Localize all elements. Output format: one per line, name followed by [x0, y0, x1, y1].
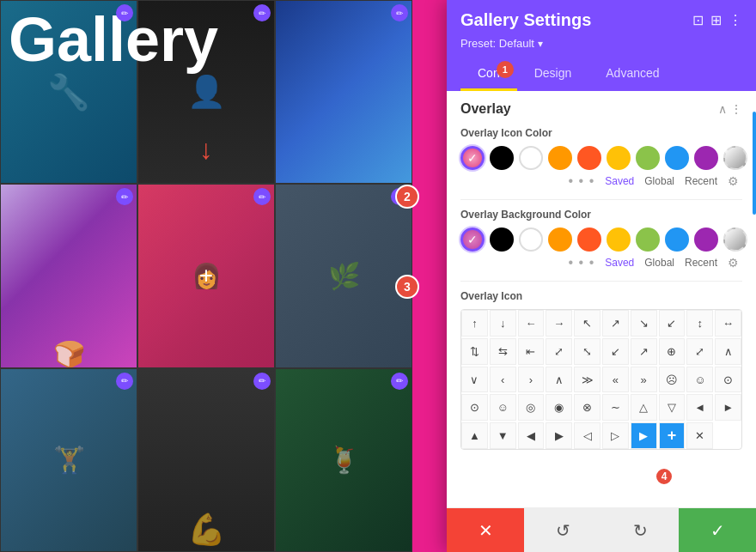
- icon-dbl-lr[interactable]: ⇆: [490, 338, 516, 365]
- gallery-cell-7[interactable]: 🏋️ ✏: [0, 368, 137, 552]
- icon-fill-r[interactable]: ▶: [546, 422, 572, 449]
- swatch-white-2[interactable]: [519, 227, 543, 252]
- bg-color-dots[interactable]: • • •: [569, 255, 595, 270]
- icon-ne-arrow2[interactable]: ↗: [631, 338, 657, 365]
- gallery-cell-3[interactable]: ✏: [275, 0, 412, 184]
- swatch-yellow-1[interactable]: [607, 146, 631, 170]
- icon-tri-u[interactable]: △: [631, 394, 657, 421]
- icon-upright[interactable]: ↗: [602, 310, 629, 337]
- icon-tri-d[interactable]: ▽: [659, 394, 686, 421]
- panel-icon-layout[interactable]: ⊞: [710, 12, 722, 28]
- icon-color-dots[interactable]: • • •: [569, 173, 595, 189]
- icon-caret-l[interactable]: ‹: [490, 367, 516, 393]
- gallery-cell-4[interactable]: 🍞 ✏: [0, 184, 137, 367]
- icon-dbl-chev-r[interactable]: »: [631, 367, 657, 393]
- icon-caret-r[interactable]: ›: [518, 367, 545, 393]
- icon-expand[interactable]: ⤢: [686, 338, 713, 365]
- gallery-cell-9[interactable]: 🍹 ✏: [275, 368, 412, 552]
- swatch-blue-2[interactable]: [665, 227, 689, 252]
- confirm-button[interactable]: ✓: [679, 508, 756, 552]
- icon-add[interactable]: +: [659, 422, 686, 449]
- swatch-yellow-2[interactable]: [607, 227, 631, 252]
- bg-color-global[interactable]: Global: [644, 257, 674, 269]
- swatch-green-2[interactable]: [636, 227, 660, 252]
- cell-3-edit[interactable]: ✏: [391, 4, 408, 21]
- icon-updown[interactable]: ↕: [686, 310, 713, 337]
- swatch-black-2[interactable]: [490, 227, 514, 252]
- preset-label[interactable]: Preset: Default: [460, 37, 534, 50]
- icon-color-selected[interactable]: ✓: [460, 146, 485, 170]
- icon-leftright[interactable]: ↔: [715, 310, 741, 337]
- swatch-orange-1[interactable]: [548, 146, 572, 170]
- icon-circle-l[interactable]: ⊙: [715, 367, 741, 393]
- swatch-gradient-1[interactable]: [723, 146, 747, 170]
- tab-design[interactable]: Design: [517, 58, 589, 91]
- icon-color-gear[interactable]: ⚙: [728, 174, 739, 188]
- icon-sw-arrow[interactable]: ↙: [602, 338, 629, 365]
- icon-donut[interactable]: ◉: [546, 394, 572, 421]
- panel-icon-responsive[interactable]: ⊡: [692, 12, 704, 28]
- icon-downright[interactable]: ↘: [631, 310, 657, 337]
- icon-caret-up[interactable]: ∧: [715, 338, 741, 365]
- icon-se-arrow[interactable]: ⤡: [574, 338, 601, 365]
- icon-color-saved[interactable]: Saved: [605, 175, 634, 187]
- cancel-button[interactable]: ✕: [447, 508, 524, 552]
- tab-content[interactable]: Con 1: [460, 58, 517, 91]
- icon-tab-left[interactable]: ⇤: [518, 338, 545, 365]
- icon-outline-r[interactable]: ▷: [602, 422, 629, 449]
- icon-nwarrow[interactable]: ⤢: [546, 338, 572, 365]
- icon-fill-u[interactable]: ▲: [461, 422, 488, 449]
- icon-up[interactable]: ↑: [461, 310, 488, 337]
- icon-circle-r[interactable]: ⊙: [461, 394, 488, 421]
- cell-2-edit[interactable]: ✏: [253, 4, 271, 21]
- gallery-cell-6[interactable]: 🌿 ✏: [275, 184, 412, 367]
- icon-caret-u2[interactable]: ∧: [546, 367, 572, 393]
- swatch-deeporange-2[interactable]: [577, 227, 601, 252]
- bg-color-selected[interactable]: ✓: [460, 227, 485, 252]
- bg-color-recent[interactable]: Recent: [685, 257, 717, 269]
- bg-color-gear[interactable]: ⚙: [728, 256, 739, 270]
- icon-close[interactable]: ✕: [686, 422, 713, 449]
- swatch-deeporange-1[interactable]: [577, 146, 601, 170]
- icon-caret-dn[interactable]: ∨: [461, 367, 488, 393]
- collapse-icon[interactable]: ∧: [718, 102, 727, 116]
- icon-target[interactable]: ◎: [518, 394, 545, 421]
- icon-upleft[interactable]: ↖: [574, 310, 601, 337]
- swatch-purple-2[interactable]: [694, 227, 718, 252]
- undo-button[interactable]: ↺: [524, 508, 601, 552]
- swatch-orange-2[interactable]: [548, 227, 572, 252]
- icon-dbl-chev-u[interactable]: ≫: [574, 367, 601, 393]
- section-more-icon[interactable]: ⋮: [730, 102, 742, 116]
- swatch-gradient-2[interactable]: [723, 227, 747, 252]
- swatch-green-1[interactable]: [636, 146, 660, 170]
- icon-dbl-updown[interactable]: ⇅: [461, 338, 488, 365]
- icon-smile[interactable]: ☺: [686, 367, 713, 393]
- icon-fill-d[interactable]: ▼: [490, 422, 516, 449]
- icon-outline-l[interactable]: ◁: [574, 422, 601, 449]
- cell-7-edit[interactable]: ✏: [116, 373, 133, 390]
- cell-5-plus[interactable]: +: [199, 262, 213, 289]
- icon-wavy[interactable]: ∼: [602, 394, 629, 421]
- icon-tri-r[interactable]: ►: [715, 394, 741, 421]
- swatch-blue-1[interactable]: [665, 146, 689, 170]
- icon-left[interactable]: ←: [518, 310, 545, 337]
- tab-advanced[interactable]: Advanced: [588, 58, 676, 91]
- icon-move[interactable]: ⊕: [659, 338, 686, 365]
- icon-dbl-chev-l[interactable]: «: [602, 367, 629, 393]
- gallery-cell-8[interactable]: 💪 ✏: [137, 368, 275, 552]
- icon-x-circle[interactable]: ⊗: [574, 394, 601, 421]
- icon-smiley2[interactable]: ☺: [490, 394, 516, 421]
- swatch-purple-1[interactable]: [694, 146, 718, 170]
- icon-fill-l[interactable]: ◀: [518, 422, 545, 449]
- swatch-black-1[interactable]: [490, 146, 514, 170]
- icon-color-global[interactable]: Global: [644, 175, 674, 187]
- cell-9-edit[interactable]: ✏: [391, 373, 408, 390]
- panel-icon-more[interactable]: ⋮: [729, 12, 742, 28]
- bg-color-saved[interactable]: Saved: [605, 257, 634, 269]
- redo-button[interactable]: ↻: [601, 508, 679, 552]
- icon-down[interactable]: ↓: [490, 310, 516, 337]
- icon-play-circle[interactable]: ▶: [631, 422, 657, 449]
- icon-downleft[interactable]: ↙: [659, 310, 686, 337]
- cell-1-edit[interactable]: ✏: [116, 4, 133, 21]
- cell-8-edit[interactable]: ✏: [253, 373, 271, 390]
